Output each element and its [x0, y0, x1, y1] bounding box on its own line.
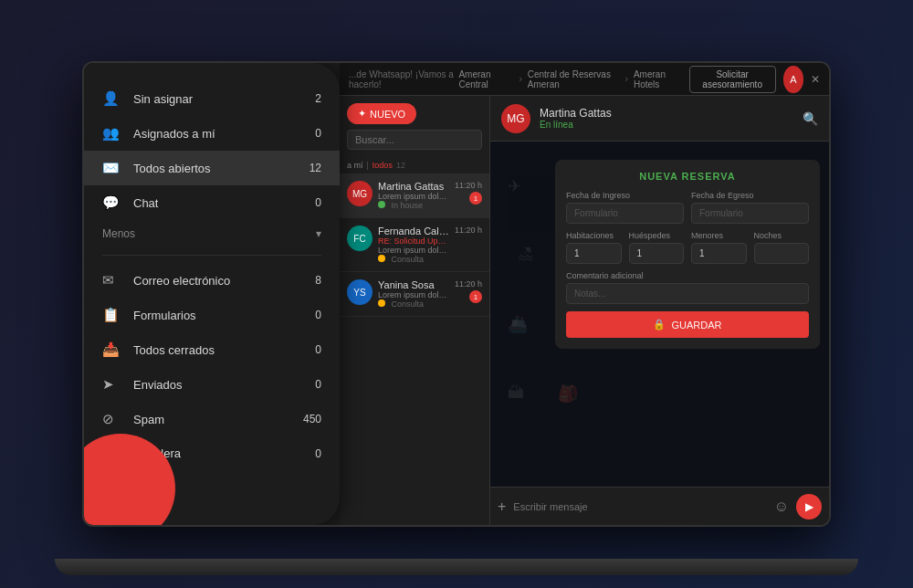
comentario-input[interactable]	[566, 283, 809, 304]
form-numbers-row: Habitaciones Huéspedes Men	[566, 231, 809, 264]
sidebar-item-spam[interactable]: ⊘ Spam 450	[84, 402, 340, 436]
sidebar-label: Todos abiertos	[133, 162, 303, 175]
close-button[interactable]: ✕	[811, 73, 820, 86]
archive-icon: 📥	[102, 341, 122, 358]
chat-item[interactable]: MG Martina Gattas Lorem ipsum dolor sit …	[340, 173, 489, 218]
send-icon: ▶	[805, 500, 813, 513]
sidebar-label: Asignados a mí	[133, 127, 303, 141]
sidebar-item-correo[interactable]: ✉ Correo electrónico 8	[84, 263, 340, 298]
sidebar-label: Todos cerrados	[133, 343, 303, 357]
search-icon[interactable]: 🔍	[803, 111, 818, 126]
send-icon: ➤	[102, 376, 122, 393]
save-button[interactable]: 🔒 GUARDAR	[566, 311, 809, 338]
main-content: ...de Whatsapp! ¡Vamos a hacerlo! Ameran…	[340, 63, 829, 525]
huespedes-input[interactable]	[629, 243, 685, 264]
menores-input[interactable]	[691, 243, 747, 264]
chat-user-avatar: MG	[501, 104, 530, 133]
sidebar-item-enviados[interactable]: ➤ Enviados 0	[84, 367, 340, 402]
filter-separator2: 12	[396, 161, 405, 170]
chat-status: In house	[378, 201, 449, 210]
deco-icon: 🚢	[508, 314, 528, 334]
sidebar-item-sin-asignar[interactable]: 👤 Sin asignar 2	[84, 81, 340, 116]
sidebar-badge: 0	[303, 378, 321, 391]
sidebar-divider	[102, 255, 321, 256]
menores-label: Menores	[691, 231, 747, 240]
arrow-icon: ›	[519, 74, 521, 84]
sidebar-label: Enviados	[133, 378, 303, 392]
chat-item[interactable]: YS Yanina Sosa Lorem ipsum dolor sit ame…	[340, 272, 489, 317]
form-dates-row: Fecha de Ingreso Fecha de Egreso	[566, 191, 809, 224]
chat-status: Consulta	[378, 255, 449, 264]
fecha-ingreso-group: Fecha de Ingreso	[566, 191, 684, 224]
chat-meta: 11:20 h 1	[455, 279, 482, 303]
add-attachment-button[interactable]: +	[498, 499, 506, 515]
form-icon: 📋	[102, 307, 122, 323]
spam-icon: ⊘	[102, 411, 122, 427]
chat-info: Fernanda Calvo RE: Solicitud Upgrade Lor…	[378, 226, 449, 264]
search-input[interactable]	[347, 130, 482, 150]
status-dot	[378, 201, 385, 208]
sidebar-section-menos[interactable]: Menos ▾	[84, 220, 340, 247]
chat-list-header: ✦ NUEVO	[340, 96, 489, 157]
sidebar-label: Sin asignar	[133, 92, 303, 106]
chat-time: 11:20 h	[455, 279, 482, 289]
chat-time: 11:20 h	[455, 181, 482, 190]
emoji-button[interactable]: ☺	[774, 499, 789, 515]
chat-info: Yanina Sosa Lorem ipsum dolor sit amet, …	[378, 279, 449, 309]
sidebar-item-formularios[interactable]: 📋 Formularios 0	[84, 298, 340, 332]
sidebar-label: Correo electrónico	[133, 274, 303, 288]
save-label: GUARDAR	[671, 320, 721, 331]
form-title: NUEVA RESERVA	[566, 171, 809, 182]
filter-tab-asignados[interactable]: a mí	[347, 161, 363, 170]
filter-tab-todos[interactable]: todos	[373, 161, 393, 170]
fecha-egreso-label: Fecha de Egreso	[691, 191, 809, 200]
sidebar-item-todos-cerrados[interactable]: 📥 Todos cerrados 0	[84, 332, 340, 367]
fecha-egreso-input[interactable]	[691, 203, 809, 224]
users-icon: 👥	[102, 125, 122, 142]
sidebar-badge: 12	[303, 162, 321, 174]
chat-time: 11:20 h	[455, 226, 482, 235]
habitaciones-input[interactable]	[566, 243, 622, 264]
user-icon: 👤	[102, 90, 122, 107]
chat-preview: Lorem ipsum dolor sit amet,	[378, 246, 449, 255]
chat-header-bar: MG Martina Gattas En línea 🔍	[490, 96, 829, 142]
sidebar-badge: 8	[303, 274, 321, 287]
breadcrumb-label: Central de Reservas Ameran	[528, 69, 613, 89]
header-intro: ...de Whatsapp! ¡Vamos a hacerlo!	[349, 69, 458, 89]
huespedes-group: Huéspedes	[629, 231, 685, 264]
breadcrumb: Ameran Central	[458, 69, 506, 89]
sidebar-item-todos-abiertos[interactable]: ✉️ Todos abiertos 12	[84, 151, 340, 185]
save-icon: 🔒	[653, 319, 666, 331]
sidebar-item-chat[interactable]: 💬 Chat 0	[84, 185, 340, 220]
noches-group: Noches	[754, 231, 810, 264]
fecha-ingreso-input[interactable]	[566, 203, 684, 224]
avatar: MG	[347, 181, 373, 206]
sidebar-label: Chat	[133, 196, 303, 210]
menores-group: Menores	[691, 231, 747, 264]
message-input[interactable]	[513, 501, 766, 512]
new-button[interactable]: ✦ NUEVO	[347, 103, 416, 124]
solicitar-button[interactable]: Solicitar asesoramiento	[689, 66, 776, 93]
chat-preview: Lorem ipsum dolor sit amet,	[378, 192, 449, 201]
unread-badge: 1	[469, 192, 482, 205]
noches-input[interactable]	[754, 243, 810, 264]
deco-icon: ✈	[508, 176, 521, 196]
arrow-icon: ›	[625, 74, 628, 84]
send-button[interactable]: ▶	[796, 494, 822, 520]
deco-icon: 🏔	[508, 383, 524, 403]
top-header: ...de Whatsapp! ¡Vamos a hacerlo! Ameran…	[340, 63, 829, 96]
filter-tabs: a mí | todos 12	[340, 157, 489, 173]
status-label: In house	[392, 201, 424, 210]
chat-meta: 11:20 h 1	[455, 181, 482, 205]
email-icon: ✉	[102, 272, 122, 289]
chat-item[interactable]: FC Fernanda Calvo RE: Solicitud Upgrade …	[340, 218, 489, 272]
sidebar-item-asignados-mi[interactable]: 👥 Asignados a mí 0	[84, 116, 340, 151]
sidebar-label: Formularios	[133, 309, 303, 322]
header-right: Ameran Central › Central de Reservas Ame…	[458, 66, 820, 93]
sidebar-badge: 0	[303, 343, 321, 356]
message-input-bar: + ☺ ▶	[490, 487, 829, 525]
status-label: Consulta	[392, 255, 425, 264]
chat-list-panel: ✦ NUEVO a mí | todos 12	[340, 96, 490, 525]
chat-preview: Lorem ipsum dolor sit amet,	[378, 290, 449, 299]
comentario-group: Comentario adicional	[566, 271, 809, 304]
